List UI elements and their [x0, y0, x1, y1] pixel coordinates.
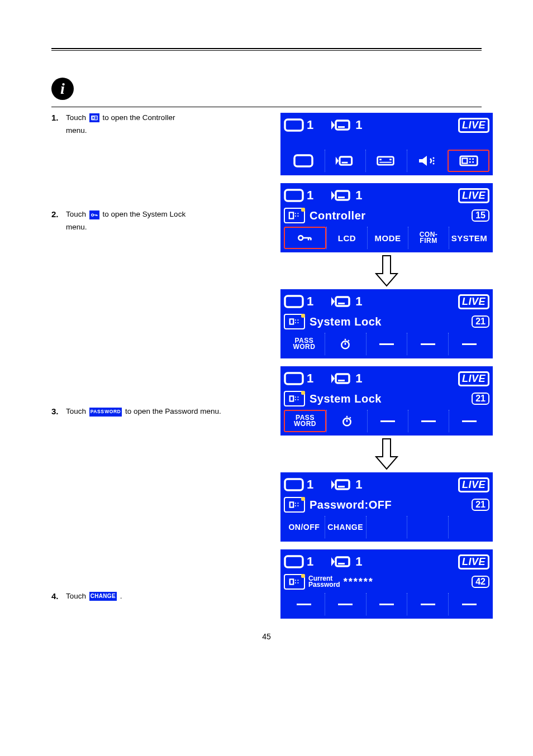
svg-rect-83	[290, 579, 293, 584]
tab-empty[interactable]	[449, 410, 489, 432]
svg-marker-11	[331, 121, 335, 130]
tab-timer-icon[interactable]	[326, 410, 367, 432]
lcd-password: 1 1 LIVE Password:OFF 21	[280, 472, 493, 542]
lcd-controller: 1 1 LIVE Controller 15	[280, 183, 493, 252]
svg-rect-37	[298, 213, 299, 214]
svg-rect-13	[338, 126, 345, 128]
svg-rect-14	[294, 155, 312, 166]
svg-rect-57	[285, 373, 303, 384]
svg-rect-50	[298, 319, 299, 320]
svg-rect-82	[338, 563, 345, 564]
svg-marker-58	[331, 374, 335, 383]
tab-change[interactable]: CHANGE	[325, 516, 366, 538]
tab-empty[interactable]	[408, 410, 449, 432]
live-badge: LIVE	[458, 477, 489, 492]
page-badge: 42	[472, 576, 489, 588]
svg-rect-36	[295, 213, 296, 214]
tab-timer-icon[interactable]	[325, 333, 366, 355]
tab-empty[interactable]	[448, 593, 489, 615]
svg-line-69	[350, 417, 351, 418]
svg-rect-34	[338, 197, 345, 198]
svg-rect-78	[298, 505, 299, 506]
svg-marker-45	[331, 297, 335, 306]
svg-rect-21	[380, 162, 392, 163]
svg-rect-27	[469, 159, 471, 160]
svg-rect-84	[295, 580, 296, 581]
tab-password[interactable]: PASSWORD	[284, 410, 326, 432]
tab-empty[interactable]	[407, 516, 448, 538]
svg-rect-33	[336, 191, 349, 200]
lcd-home: 1 1 LIVE	[280, 113, 493, 175]
svg-rect-38	[295, 216, 296, 217]
svg-rect-2	[95, 117, 96, 118]
flow-arrow-icon	[280, 438, 493, 470]
tab-empty[interactable]	[284, 593, 325, 615]
tab-empty[interactable]	[407, 333, 448, 355]
svg-rect-70	[285, 479, 303, 490]
svg-rect-72	[336, 480, 349, 489]
tab-empty[interactable]	[367, 410, 408, 432]
tab-key-icon[interactable]	[284, 227, 326, 249]
svg-rect-31	[285, 190, 303, 201]
step-4: 4. Touch CHANGE .	[51, 591, 264, 604]
svg-rect-63	[298, 396, 299, 398]
key-icon	[89, 210, 99, 219]
svg-rect-17	[341, 162, 348, 164]
tab-mode[interactable]: MODE	[367, 227, 408, 249]
svg-rect-47	[338, 303, 345, 304]
step-number: 2.	[51, 209, 66, 235]
screen-title: Controller	[310, 209, 467, 222]
tab-preset-icon[interactable]	[325, 150, 365, 172]
svg-rect-26	[462, 159, 467, 164]
tab-empty[interactable]	[448, 333, 489, 355]
svg-line-56	[348, 340, 349, 341]
tab-empty[interactable]	[407, 593, 448, 615]
svg-rect-86	[295, 582, 296, 583]
controller-icon	[284, 497, 305, 513]
svg-point-6	[91, 214, 93, 216]
svg-rect-60	[338, 380, 345, 381]
svg-rect-10	[285, 119, 303, 131]
page-badge: 15	[472, 209, 489, 222]
tab-empty[interactable]	[366, 516, 407, 538]
tab-onoff[interactable]: ON/OFF	[284, 516, 325, 538]
svg-rect-51	[295, 322, 296, 323]
lcd-systemlock: 1 1 LIVE System Lock 21	[280, 289, 493, 358]
svg-marker-80	[331, 557, 335, 566]
controller-icon	[284, 391, 305, 406]
svg-rect-1	[92, 117, 94, 119]
lcd-systemlock-framed: 1 1 LIVE System Lock 21	[280, 366, 493, 436]
svg-rect-85	[298, 580, 299, 581]
tab-screen-icon[interactable]	[284, 150, 323, 172]
tab-lcd[interactable]: LCD	[326, 227, 367, 249]
tab-empty[interactable]	[366, 593, 407, 615]
step-number: 4.	[51, 591, 66, 604]
svg-rect-28	[472, 159, 474, 160]
tab-media-icon[interactable]	[365, 150, 406, 172]
controller-icon	[284, 314, 305, 329]
page-badge: 21	[472, 499, 489, 511]
svg-rect-74	[290, 502, 293, 507]
tab-controller-icon[interactable]	[448, 150, 489, 172]
svg-marker-15	[336, 157, 339, 165]
svg-rect-65	[298, 399, 299, 400]
svg-rect-20	[390, 159, 392, 160]
svg-marker-32	[331, 191, 335, 200]
tab-empty[interactable]	[448, 516, 489, 538]
step-number: 3.	[51, 406, 66, 419]
tab-empty[interactable]	[325, 593, 366, 615]
live-badge: LIVE	[458, 294, 489, 309]
lcd-current-password: 1 1 LIVE Current Passw	[280, 549, 493, 619]
tab-system[interactable]: SYSTEM	[449, 227, 489, 249]
svg-rect-39	[298, 216, 299, 217]
live-badge: LIVE	[458, 188, 489, 203]
live-badge: LIVE	[458, 554, 489, 570]
tab-confirm[interactable]: CON-FIRM	[408, 227, 449, 249]
tab-password[interactable]: PASSWORD	[284, 333, 325, 355]
tab-audio-icon[interactable]	[407, 150, 447, 172]
tab-empty[interactable]	[366, 333, 407, 355]
change-icon: CHANGE	[89, 592, 117, 601]
screen-title: System Lock	[310, 393, 467, 405]
svg-rect-49	[295, 319, 296, 320]
controller-icon	[284, 208, 305, 223]
